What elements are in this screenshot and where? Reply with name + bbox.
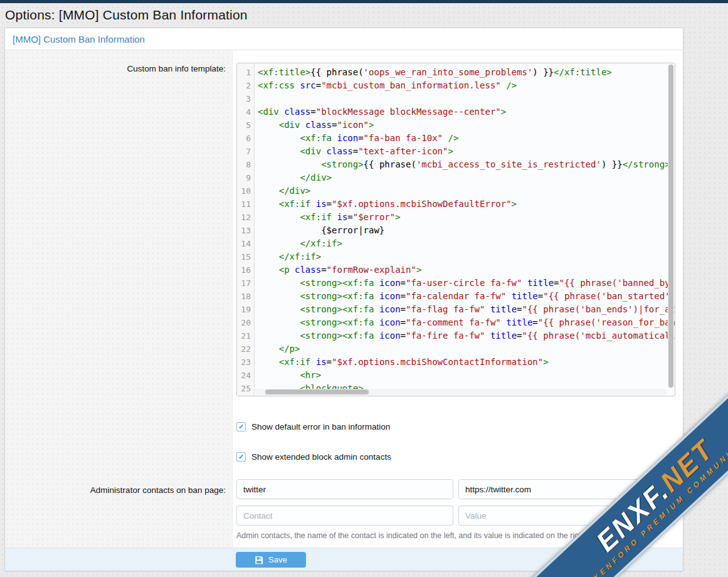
code-line: </div> — [258, 171, 675, 184]
code-line: <div class="blockMessage blockMessage--c… — [258, 105, 675, 119]
code-line: <strong><xf:fa icon="fa-fire fa-fw" titl… — [258, 329, 675, 342]
form-row-show-default-error: ✓ Show default error in ban information — [5, 411, 683, 442]
line-number: 4 — [237, 105, 251, 119]
save-bar: Save — [5, 548, 683, 571]
contacts-explain-text: Admin contacts, the name of the contact … — [236, 531, 675, 540]
line-number: 16 — [237, 263, 251, 277]
line-number: 17 — [237, 277, 251, 290]
contacts-grid — [236, 479, 675, 526]
line-number: 10 — [237, 184, 251, 198]
vertical-scroll-thumb[interactable] — [668, 65, 673, 388]
check-icon: ✓ — [238, 453, 244, 460]
empty-label-col — [5, 411, 233, 442]
editor-gutter: 1234567891011121314151617181920212223242… — [237, 63, 255, 396]
template-label: Custom ban info template: — [127, 64, 226, 73]
contacts-label: Administrator contacts on ban page: — [90, 485, 226, 495]
code-line: <xf:css src="mcbi_custom_ban_information… — [258, 79, 675, 92]
checkbox-checked-icon[interactable]: ✓ — [236, 452, 246, 462]
line-number: 24 — [237, 369, 251, 382]
line-number: 6 — [237, 132, 251, 145]
line-number: 8 — [237, 158, 251, 171]
contact-value-input-2[interactable] — [458, 506, 675, 526]
code-line: <strong><xf:fa icon="fa-calendar fa-fw" … — [258, 290, 675, 303]
form-row-template: Custom ban info template: 12345678910111… — [5, 50, 683, 411]
code-line: <xf:fa icon="fa-ban fa-10x" /> — [258, 132, 675, 145]
line-number: 14 — [237, 237, 251, 250]
save-icon — [255, 556, 263, 564]
line-number: 11 — [237, 198, 251, 211]
save-button-label: Save — [268, 555, 287, 564]
template-label-col: Custom ban info template: — [5, 50, 233, 411]
line-number: 20 — [237, 316, 251, 329]
editor-code[interactable]: <xf:title>{{ phrase('oops_we_ran_into_so… — [255, 63, 675, 396]
checkbox-label-show-extended-contacts: Show extended block admin contacts — [251, 452, 391, 462]
code-line: <xf:if is="$error"> — [258, 211, 675, 224]
options-panel: [MMO] Custom Ban Information Custom ban … — [4, 28, 683, 571]
line-number: 5 — [237, 119, 251, 132]
code-line: <div class="text-after-icon"> — [258, 145, 675, 158]
line-number: 13 — [237, 224, 251, 237]
line-number: 23 — [237, 356, 251, 369]
code-line — [258, 92, 675, 105]
code-line: <xf:if is="$xf.options.mcbiShowDefaultEr… — [258, 198, 675, 211]
checkbox-label-show-default-error: Show default error in ban information — [251, 422, 390, 431]
empty-label-col — [5, 442, 233, 472]
contact-name-input-1[interactable] — [236, 479, 453, 499]
horizontal-scroll-thumb[interactable] — [265, 389, 369, 394]
code-editor[interactable]: 1234567891011121314151617181920212223242… — [236, 63, 675, 396]
page-title: Options: [MMO] Custom Ban Information — [0, 3, 728, 28]
line-number: 21 — [237, 329, 251, 342]
checkbox-show-extended-contacts[interactable]: ✓ Show extended block admin contacts — [236, 452, 391, 462]
line-number: 9 — [237, 171, 251, 184]
checkbox-checked-icon[interactable]: ✓ — [236, 422, 246, 431]
line-number: 18 — [237, 290, 251, 303]
form-row-admin-contacts: Administrator contacts on ban page: Admi… — [5, 472, 683, 548]
code-line: </div> — [258, 184, 675, 198]
checkbox-show-default-error[interactable]: ✓ Show default error in ban information — [236, 422, 390, 431]
contact-name-input-2[interactable] — [236, 506, 453, 526]
line-number: 7 — [237, 145, 251, 158]
form-row-show-extended-contacts: ✓ Show extended block admin contacts — [5, 442, 683, 472]
panel-header: [MMO] Custom Ban Information — [5, 28, 683, 50]
line-number: 12 — [237, 211, 251, 224]
contact-value-input-1[interactable] — [458, 479, 675, 499]
code-line: <xf:title>{{ phrase('oops_we_ran_into_so… — [258, 66, 675, 79]
code-line: </xf:if> — [258, 237, 675, 250]
line-number: 15 — [237, 250, 251, 263]
code-line: <p class="formRow-explain"> — [258, 263, 675, 277]
code-line: {$error|raw} — [258, 224, 675, 237]
line-number: 2 — [237, 79, 251, 92]
line-number: 1 — [237, 66, 251, 79]
editor-horizontal-scrollbar[interactable] — [255, 389, 667, 395]
code-line: </xf:if> — [258, 250, 675, 263]
editor-vertical-scrollbar[interactable] — [668, 64, 674, 388]
code-line: <div class="icon"> — [258, 119, 675, 132]
panel-header-title: [MMO] Custom Ban Information — [13, 34, 145, 45]
contacts-label-col: Administrator contacts on ban page: — [5, 472, 233, 548]
line-number: 22 — [237, 342, 251, 356]
code-line: <hr> — [258, 369, 675, 382]
line-number: 19 — [237, 303, 251, 316]
save-button[interactable]: Save — [236, 552, 306, 568]
line-number: 3 — [237, 92, 251, 105]
code-line: <strong><xf:fa icon="fa-comment fa-fw" t… — [258, 316, 675, 329]
code-line: <strong>{{ phrase('mcbi_access_to_site_i… — [258, 158, 675, 171]
code-line: <strong><xf:fa icon="fa-user-circle fa-f… — [258, 277, 675, 290]
code-line: <strong><xf:fa icon="fa-flag fa-fw" titl… — [258, 303, 675, 316]
code-line: </p> — [258, 342, 675, 356]
code-line: <xf:if is="$xf.options.mcbiShowContactIn… — [258, 356, 675, 369]
check-icon: ✓ — [238, 423, 244, 430]
template-content-col: 1234567891011121314151617181920212223242… — [233, 50, 683, 411]
line-number: 25 — [237, 382, 251, 395]
